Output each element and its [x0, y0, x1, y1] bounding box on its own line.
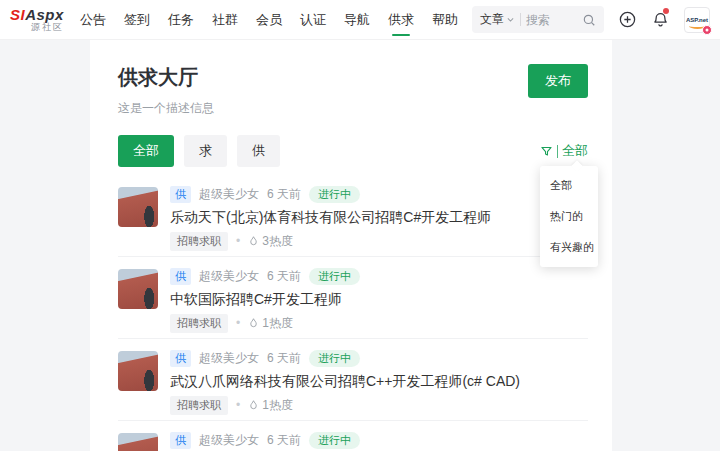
category-tag[interactable]: 招聘求职: [170, 396, 228, 415]
content-card: 供求大厅 这是一个描述信息 发布 全部求供 全部 全部热门的有兴趣的 供超级美少…: [90, 40, 612, 451]
sort-dropdown-trigger[interactable]: 全部: [540, 142, 588, 160]
item-time: 6 天前: [267, 350, 301, 367]
flame-icon: [248, 235, 259, 247]
item-title[interactable]: 武汉八爪网络科技有限公司招聘C++开发工程师(c# CAD): [170, 373, 588, 390]
avatar-text: ASP.net: [686, 17, 708, 23]
nav-item-签到[interactable]: 签到: [124, 11, 150, 29]
search-category-select[interactable]: 文章: [480, 11, 515, 28]
nav-item-会员[interactable]: 会员: [256, 11, 282, 29]
filter-tab-供[interactable]: 供: [237, 135, 280, 167]
filter-funnel-icon: [540, 145, 553, 158]
dropdown-option-全部[interactable]: 全部: [540, 170, 598, 201]
item-meta: 供超级美少女6 天前进行中: [170, 349, 588, 367]
item-title[interactable]: 乐动天下(北京)体育科技有限公司招聘C#开发工程师: [170, 209, 588, 226]
page-subtitle: 这是一个描述信息: [118, 100, 214, 117]
avatar-status-badge: [702, 25, 712, 35]
type-badge: 供: [170, 186, 191, 203]
nav-item-帮助[interactable]: 帮助: [432, 11, 458, 29]
site-logo[interactable]: SIAspx 源社区: [10, 7, 64, 32]
nav-item-社群[interactable]: 社群: [212, 11, 238, 29]
card-header: 供求大厅 这是一个描述信息 发布: [118, 64, 588, 117]
dropdown-option-有兴趣的[interactable]: 有兴趣的: [540, 232, 598, 263]
type-badge: 供: [170, 268, 191, 285]
plus-circle-icon: [618, 10, 637, 29]
logo-subtitle: 源社区: [10, 23, 64, 32]
search-category-label: 文章: [480, 11, 504, 28]
item-time: 6 天前: [267, 186, 301, 203]
trigger-caret: [557, 145, 558, 158]
top-navbar: SIAspx 源社区 公告签到任务社群会员认证导航供求帮助 文章 ASP.net: [0, 0, 720, 40]
logo-text: SIAspx: [10, 7, 64, 22]
page-title: 供求大厅: [118, 64, 214, 91]
dot-separator: •: [236, 316, 240, 330]
item-thumbnail: [118, 351, 158, 391]
item-author[interactable]: 超级美少女: [199, 350, 259, 367]
item-time: 6 天前: [267, 432, 301, 449]
filter-row: 全部求供 全部 全部热门的有兴趣的: [118, 135, 588, 167]
status-badge: 进行中: [309, 268, 360, 285]
search-divider: [520, 13, 521, 26]
search-bar[interactable]: 文章: [472, 6, 604, 33]
item-meta: 供超级美少女6 天前进行中: [170, 431, 588, 449]
item-tags: 招聘求职•1热度: [170, 396, 588, 414]
item-time: 6 天前: [267, 268, 301, 285]
publish-button[interactable]: 发布: [528, 64, 588, 98]
item-meta: 供超级美少女6 天前进行中: [170, 185, 588, 203]
item-author[interactable]: 超级美少女: [199, 186, 259, 203]
create-post-button[interactable]: [618, 10, 637, 29]
main-nav: 公告签到任务社群会员认证导航供求帮助: [80, 11, 458, 29]
category-tag[interactable]: 招聘求职: [170, 232, 228, 251]
flame-icon: [248, 399, 259, 411]
dropdown-options: 全部热门的有兴趣的: [540, 170, 598, 263]
item-tags: 招聘求职•3热度: [170, 232, 588, 250]
heat-count: 1热度: [248, 397, 293, 414]
nav-item-公告[interactable]: 公告: [80, 11, 106, 29]
sort-dropdown-menu: 全部热门的有兴趣的: [540, 166, 598, 267]
chevron-down-icon: [506, 15, 515, 24]
status-badge: 进行中: [309, 186, 360, 203]
search-icon[interactable]: [582, 13, 596, 27]
filter-tab-全部[interactable]: 全部: [118, 135, 174, 167]
search-input[interactable]: [526, 13, 577, 27]
dot-separator: •: [236, 234, 240, 248]
dropdown-option-热门的[interactable]: 热门的: [540, 201, 598, 232]
list-item[interactable]: 供超级美少女6 天前进行中乐动天下(北京)体育科技有限公司招聘C#开发工程师招聘…: [118, 175, 588, 257]
heat-count: 3热度: [248, 233, 293, 250]
type-badge: 供: [170, 350, 191, 367]
notifications-button[interactable]: [651, 10, 670, 29]
nav-item-任务[interactable]: 任务: [168, 11, 194, 29]
nav-item-导航[interactable]: 导航: [344, 11, 370, 29]
item-thumbnail: [118, 433, 158, 451]
category-tag[interactable]: 招聘求职: [170, 314, 228, 333]
sort-trigger-label: 全部: [562, 142, 588, 160]
item-thumbnail: [118, 187, 158, 227]
status-badge: 进行中: [309, 432, 360, 449]
item-title[interactable]: 中软国际招聘C#开发工程师: [170, 291, 588, 308]
item-author[interactable]: 超级美少女: [199, 432, 259, 449]
item-author[interactable]: 超级美少女: [199, 268, 259, 285]
item-tags: 招聘求职•1热度: [170, 314, 588, 332]
nav-item-供求[interactable]: 供求: [388, 11, 414, 29]
list-item[interactable]: 供超级美少女6 天前进行中武汉八爪网络科技有限公司招聘C++开发工程师(c# C…: [118, 339, 588, 421]
list-item[interactable]: 供超级美少女6 天前进行中中软国际招聘C#开发工程师招聘求职•1热度: [118, 257, 588, 339]
filter-tabs: 全部求供: [118, 135, 290, 167]
item-meta: 供超级美少女6 天前进行中: [170, 267, 588, 285]
list-item[interactable]: 供超级美少女6 天前进行中北京迈捷映博科技有限公司招聘C#软件开发工程师招聘求职: [118, 421, 588, 451]
status-badge: 进行中: [309, 350, 360, 367]
nav-item-认证[interactable]: 认证: [300, 11, 326, 29]
notification-dot: [663, 8, 669, 14]
filter-tab-求[interactable]: 求: [184, 135, 227, 167]
type-badge: 供: [170, 432, 191, 449]
heat-count: 1热度: [248, 315, 293, 332]
dot-separator: •: [236, 398, 240, 412]
item-thumbnail: [118, 269, 158, 309]
listing: 供超级美少女6 天前进行中乐动天下(北京)体育科技有限公司招聘C#开发工程师招聘…: [118, 175, 588, 451]
flame-icon: [248, 317, 259, 329]
header-actions: 文章 ASP.net: [472, 6, 710, 33]
user-avatar[interactable]: ASP.net: [684, 7, 710, 33]
page-background: 供求大厅 这是一个描述信息 发布 全部求供 全部 全部热门的有兴趣的 供超级美少…: [0, 40, 720, 451]
